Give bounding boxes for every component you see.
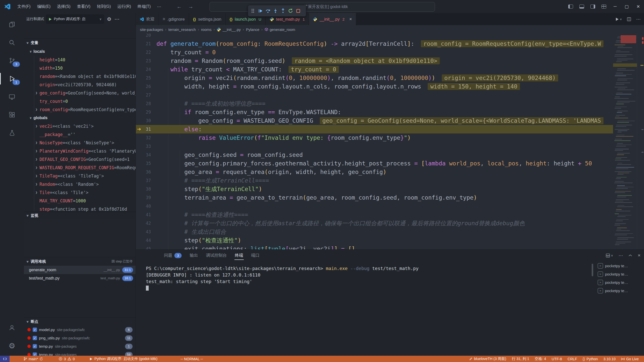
- activity-extensions-icon[interactable]: [0, 107, 24, 123]
- tab-settings.json[interactable]: {}settings.json: [189, 13, 225, 25]
- variable-row[interactable]: height = 140: [24, 56, 136, 64]
- breadcrumb-item[interactable]: generate_room: [265, 27, 295, 32]
- variable-row[interactable]: ❯PlanetaryWindConfig = <class 'Planetary…: [24, 147, 136, 155]
- activity-explorer-icon[interactable]: [0, 17, 24, 32]
- variable-row[interactable]: __package__ = '': [24, 130, 136, 139]
- line-number[interactable]: 43: [136, 228, 151, 236]
- debug-step-over-button[interactable]: [264, 6, 272, 15]
- variable-row[interactable]: ❯geo_config = GeoConfig(seed=None, world…: [24, 89, 136, 97]
- breadcrumb-item[interactable]: rooms: [201, 27, 212, 32]
- menu-item[interactable]: 转到(G): [94, 3, 114, 11]
- activity-settings-icon[interactable]: ⚙: [0, 338, 24, 354]
- line-number[interactable]: 38: [136, 185, 151, 193]
- terminal-instance-row[interactable]: >pocketpy te…: [598, 287, 644, 295]
- line-number[interactable]: 23: [136, 57, 151, 65]
- menu-item[interactable]: 文件(F): [14, 3, 34, 11]
- expand-chevron-icon[interactable]: ❯: [35, 182, 39, 186]
- close-icon[interactable]: ×: [349, 17, 352, 22]
- line-number[interactable]: 25: [136, 74, 151, 82]
- line-number[interactable]: 39: [136, 193, 151, 202]
- line-number[interactable]: 42: [136, 219, 151, 228]
- nav-forward-button[interactable]: →: [188, 4, 193, 10]
- panel-more-actions-icon[interactable]: ⋯: [619, 253, 623, 258]
- variable-row[interactable]: ❯vec2i = <class 'vec2i'>: [24, 122, 136, 130]
- line-number[interactable]: 40: [136, 202, 151, 210]
- panel-tab-问题[interactable]: 问题3: [161, 250, 185, 261]
- variables-section-header[interactable]: ∨ 变量: [24, 38, 136, 47]
- problems-status[interactable]: 3 0: [56, 357, 77, 361]
- menu-more-button[interactable]: ⋯: [154, 3, 165, 10]
- activity-source-control-icon[interactable]: 3: [0, 53, 24, 68]
- cursor-position-status[interactable]: 行 31, 列 1: [509, 356, 532, 361]
- expand-chevron-icon[interactable]: ❯: [35, 149, 39, 153]
- toggle-panel-icon[interactable]: [576, 0, 587, 13]
- indentation-status[interactable]: 空格: 4: [532, 356, 549, 361]
- call-stack-section-header[interactable]: ∨ 调用堆栈 因 step 已暂停: [24, 257, 136, 266]
- breakpoint-checkbox[interactable]: ✓: [33, 328, 37, 332]
- debug-settings-gear-icon[interactable]: ⚙: [107, 16, 111, 22]
- terminal-instance-row[interactable]: >pocketpy te…: [598, 270, 644, 278]
- toggle-sidebar-icon[interactable]: [565, 0, 576, 13]
- python-version-status[interactable]: 3.10.10: [601, 357, 618, 361]
- line-number[interactable]: 44: [136, 236, 151, 245]
- variable-row[interactable]: ❯room_config = RoomRequestConfig(env_typ…: [24, 105, 136, 114]
- tab-.gdignore[interactable]: ≡.gdignore: [159, 13, 189, 25]
- terminal-output[interactable]: PS C:\computer_science\godot-ldtk\site-p…: [146, 265, 589, 356]
- panel-tab-调试控制台[interactable]: 调试控制台: [203, 250, 230, 261]
- debug-session-status[interactable]: Python 调试程序: 启动文件 (godot-ldtk): [87, 356, 160, 361]
- language-mode-status[interactable]: {} Python: [580, 357, 601, 361]
- breakpoints-section-header[interactable]: ∨ 断点: [24, 317, 136, 326]
- expand-chevron-icon[interactable]: ❯: [35, 108, 39, 111]
- menu-item[interactable]: 运行(R): [114, 3, 134, 11]
- window-maximize-button[interactable]: ▢: [621, 0, 632, 13]
- encoding-status[interactable]: UTF-8: [549, 357, 565, 361]
- debug-stop-button[interactable]: [294, 6, 302, 15]
- call-stack-frame[interactable]: test/test_math.pytest_math.py16:1: [24, 274, 136, 282]
- eol-status[interactable]: CRLF: [565, 357, 580, 361]
- line-number[interactable]: 24: [136, 65, 151, 74]
- line-number[interactable]: 36: [136, 168, 151, 176]
- line-number[interactable]: 20: [136, 34, 151, 39]
- customize-layout-icon[interactable]: [598, 0, 609, 13]
- line-number[interactable]: 22: [136, 48, 151, 57]
- variable-row[interactable]: try_count = 0: [24, 97, 136, 105]
- line-number[interactable]: 27: [136, 91, 151, 99]
- line-number[interactable]: 32: [136, 133, 151, 142]
- terminal-scrollbar[interactable]: [592, 264, 593, 276]
- line-number[interactable]: 33: [136, 142, 151, 151]
- expand-chevron-icon[interactable]: ❯: [35, 191, 39, 194]
- window-minimize-button[interactable]: ─: [609, 0, 621, 13]
- activity-run-debug-icon[interactable]: 1: [0, 71, 24, 86]
- debug-views-more-icon[interactable]: ⋯: [114, 16, 119, 22]
- variable-row[interactable]: ❯DEFAULT_GEO_CONFIG = GeoConfig(seed=1: [24, 155, 136, 163]
- debug-step-out-button[interactable]: [279, 6, 287, 15]
- tab-__init__.py[interactable]: __init__.py2×: [309, 13, 356, 25]
- breadcrumb-item[interactable]: __init__.py: [217, 27, 241, 32]
- variable-row[interactable]: ❯Random = <class 'Random'>: [24, 180, 136, 188]
- breadcrumb-item[interactable]: site-packages: [140, 27, 163, 32]
- debug-step-into-button[interactable]: [272, 6, 279, 15]
- expand-chevron-icon[interactable]: ❯: [35, 157, 39, 161]
- debug-restart-button[interactable]: [287, 6, 294, 15]
- variable-row[interactable]: MAX_TRY_COUNT = 1000: [24, 197, 136, 205]
- line-number[interactable]: 35: [136, 159, 151, 168]
- panel-tab-输出[interactable]: 输出: [187, 250, 201, 261]
- variables-scope-globals[interactable]: ∨globals: [24, 114, 136, 122]
- breakpoint-checkbox[interactable]: ✓: [33, 344, 37, 348]
- window-close-button[interactable]: ✕: [632, 0, 644, 13]
- breadcrumb-item[interactable]: Pylance: [246, 27, 259, 32]
- breakpoint-row[interactable]: ✓png_utils.pysite-packages\wfc11: [24, 334, 136, 342]
- activity-search-icon[interactable]: [0, 35, 24, 50]
- minimap[interactable]: [613, 34, 637, 249]
- variable-row[interactable]: width = 150: [24, 64, 136, 72]
- breakpoint-checkbox[interactable]: ✓: [33, 336, 37, 340]
- debug-continue-button[interactable]: [257, 6, 264, 15]
- line-number[interactable]: 28: [136, 99, 151, 108]
- line-number[interactable]: 26: [136, 82, 151, 91]
- variable-row[interactable]: ❯NoiseType = <class 'NoiseType'>: [24, 139, 136, 147]
- watch-section-header[interactable]: ∨ 监视: [24, 212, 136, 219]
- remote-indicator[interactable]: [0, 356, 10, 362]
- vim-mode-indicator[interactable]: -- NORMAL --: [178, 357, 206, 361]
- variables-scope-locals[interactable]: ∨locals: [24, 47, 136, 56]
- editor-scrollbar[interactable]: [637, 34, 644, 249]
